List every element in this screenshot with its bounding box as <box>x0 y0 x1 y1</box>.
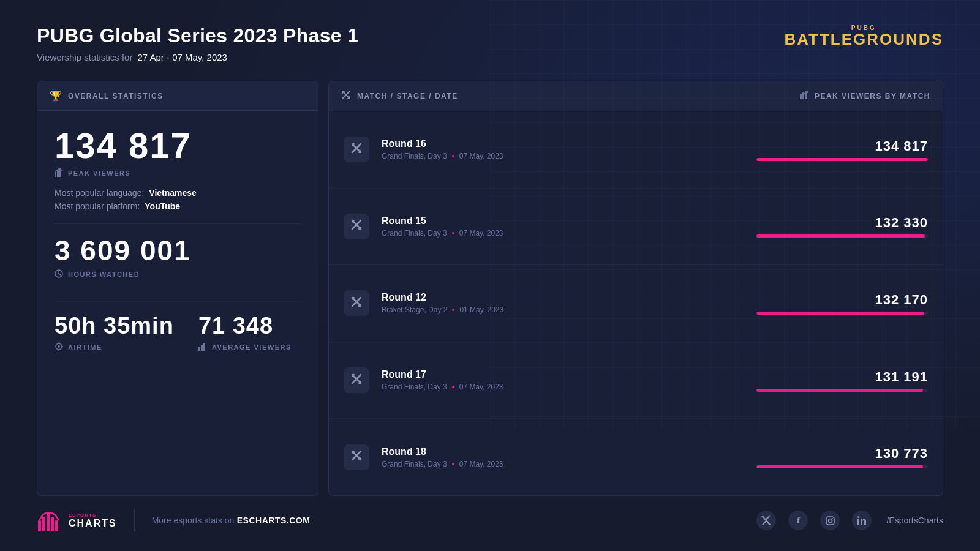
hours-watched-label: HOURS WATCHED <box>55 269 301 279</box>
peak-viewers-value: 134 817 <box>55 128 301 163</box>
match-bar-container <box>756 312 928 315</box>
svg-rect-23 <box>805 91 807 99</box>
match-meta: Grand Finals, Day 3 07 May, 2023 <box>382 229 756 238</box>
peak-viewers-section: 134 817 PEAK VIEWERS <box>55 128 301 224</box>
peak-viewers-label: PEAK VIEWERS <box>55 168 301 178</box>
match-bar-container <box>756 465 928 468</box>
svg-rect-12 <box>198 347 200 351</box>
page-header: PUBG Global Series 2023 Phase 1 Viewersh… <box>37 24 943 62</box>
match-info: Round 18 Grand Finals, Day 3 07 May, 202… <box>382 446 756 468</box>
content-area: 🏆 OVERALL STATISTICS 134 817 <box>37 81 943 496</box>
match-viewers: 131 191 <box>875 369 928 385</box>
subtitle: Viewership statistics for 27 Apr - 07 Ma… <box>37 52 358 62</box>
match-bar-container <box>756 234 928 238</box>
match-icon-box <box>344 290 369 316</box>
match-viewers: 132 330 <box>875 215 928 231</box>
match-name: Round 15 <box>382 216 756 227</box>
match-swords-icon <box>350 142 363 157</box>
match-icon-box <box>344 137 369 162</box>
match-dot <box>452 155 454 157</box>
match-bar <box>756 234 925 238</box>
match-meta: Grand Finals, Day 3 07 May, 2023 <box>382 152 756 160</box>
match-viewers: 132 170 <box>875 292 928 308</box>
match-icon-box <box>344 214 369 239</box>
left-panel-header: 🏆 OVERALL STATISTICS <box>37 81 318 111</box>
match-dot <box>452 463 454 465</box>
match-stage: Grand Finals, Day 3 <box>382 460 447 468</box>
match-right: 134 817 <box>756 138 928 161</box>
match-right: 131 191 <box>756 369 928 392</box>
svg-line-5 <box>59 274 61 275</box>
platform-key: Most popular platform: <box>55 201 140 211</box>
language-key: Most popular language: <box>55 188 144 198</box>
hours-watched-value: 3 609 001 <box>55 236 301 264</box>
esports-charts-logo: ESPORTS CHARTS <box>37 508 117 533</box>
match-row: Round 16 Grand Finals, Day 3 07 May, 202… <box>329 111 943 189</box>
bottom-stats: 50h 35min <box>55 314 301 362</box>
match-stage: Grand Finals, Day 3 <box>382 152 447 160</box>
match-row: Round 15 Grand Finals, Day 3 07 May, 202… <box>329 189 943 266</box>
peak-viewers-by-match-label: PEAK VIEWERS BY MATCH <box>815 92 930 100</box>
svg-point-7 <box>58 345 60 348</box>
svg-point-64 <box>832 518 833 519</box>
match-stage: Grand Finals, Day 3 <box>382 229 447 238</box>
left-panel-title: OVERALL STATISTICS <box>68 92 164 100</box>
match-bar <box>756 158 928 161</box>
match-date: 07 May, 2023 <box>459 229 503 238</box>
right-panel-header-right: PEAK VIEWERS BY MATCH <box>800 91 930 102</box>
average-viewers-stat: 71 348 AVERAGE VIEWERS <box>198 314 292 362</box>
svg-rect-61 <box>55 520 58 531</box>
right-panel-header-left: MATCH / STAGE / DATE <box>341 90 458 102</box>
airtime-stat: 50h 35min <box>55 314 174 362</box>
match-name: Round 16 <box>382 138 756 149</box>
match-date: 07 May, 2023 <box>459 460 503 468</box>
svg-point-63 <box>828 519 832 522</box>
footer-url: More esports stats on ESCHARTS.COM <box>152 515 311 526</box>
footer-divider <box>134 509 135 531</box>
hours-watched-section: 3 609 001 HOURS WATCHED <box>55 224 301 302</box>
svg-rect-62 <box>826 517 834 525</box>
language-row: Most popular language: Vietnamese <box>55 188 301 198</box>
header-logo: PUBG BATTLEGROUNDS <box>784 24 943 47</box>
page-title: PUBG Global Series 2023 Phase 1 <box>37 24 358 47</box>
header-left: PUBG Global Series 2023 Phase 1 Viewersh… <box>37 24 358 62</box>
match-bar-container <box>756 389 928 392</box>
match-icon-box <box>344 367 369 393</box>
match-bar <box>756 312 924 315</box>
right-panel-body: Round 16 Grand Finals, Day 3 07 May, 202… <box>328 111 943 496</box>
match-name: Round 12 <box>382 292 756 303</box>
svg-rect-0 <box>55 172 56 177</box>
match-bar-container <box>756 158 928 161</box>
language-val: Vietnamese <box>149 188 197 198</box>
svg-rect-14 <box>203 343 205 351</box>
match-meta: Grand Finals, Day 3 07 May, 2023 <box>382 383 756 391</box>
instagram-icon[interactable] <box>820 511 840 530</box>
match-row: Round 17 Grand Finals, Day 3 07 May, 202… <box>329 342 943 419</box>
match-swords-icon <box>350 373 363 388</box>
left-panel: 🏆 OVERALL STATISTICS 134 817 <box>37 81 318 496</box>
left-panel-body: 134 817 PEAK VIEWERS <box>37 111 318 496</box>
average-viewers-value: 71 348 <box>198 314 292 337</box>
platform-row: Most popular platform: YouTube <box>55 201 301 211</box>
match-name: Round 18 <box>382 446 756 457</box>
match-row: Round 12 Braket Stage, Day 2 01 May, 202… <box>329 265 943 342</box>
esports-text-main: CHARTS <box>69 518 117 529</box>
linkedin-icon[interactable] <box>852 511 872 530</box>
match-right: 130 773 <box>756 446 928 468</box>
pubg-logo: PUBG BATTLEGROUNDS <box>784 24 943 47</box>
match-info: Round 17 Grand Finals, Day 3 07 May, 202… <box>382 369 756 391</box>
twitter-icon[interactable] <box>756 511 776 530</box>
match-bar <box>756 465 923 468</box>
svg-point-66 <box>858 516 859 518</box>
footer: ESPORTS CHARTS More esports stats on ESC… <box>37 496 943 533</box>
facebook-icon[interactable]: f <box>788 511 808 530</box>
match-bar <box>756 389 923 392</box>
svg-rect-58 <box>42 517 45 531</box>
match-viewers: 134 817 <box>875 138 928 154</box>
match-name: Round 17 <box>382 369 756 380</box>
svg-rect-13 <box>201 345 203 351</box>
svg-rect-59 <box>47 513 50 531</box>
svg-rect-65 <box>858 519 859 525</box>
match-viewers: 130 773 <box>875 446 928 462</box>
footer-url-static: More esports stats on <box>152 515 235 525</box>
